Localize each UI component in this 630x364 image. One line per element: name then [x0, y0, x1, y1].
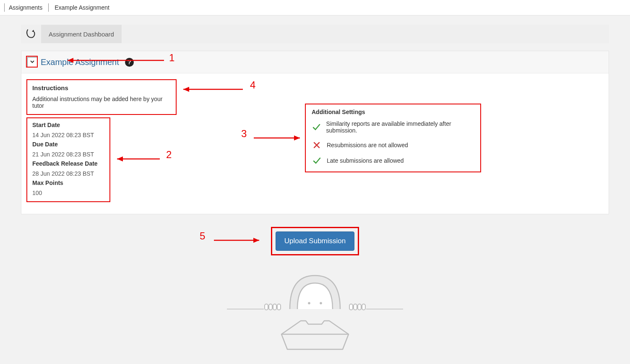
svg-marker-3: [183, 87, 189, 92]
dates-section: Start Date 14 Jun 2022 08:23 BST Due Dat…: [26, 117, 110, 202]
svg-point-12: [308, 302, 310, 304]
due-date-value: 21 Jun 2022 08:23 BST: [32, 151, 104, 158]
annotation-arrow-5: [210, 234, 268, 247]
feedback-date-label: Feedback Release Date: [32, 160, 104, 167]
additional-settings-section: Additional Settings Similarity reports a…: [305, 104, 481, 172]
turnitin-logo-icon: [21, 28, 41, 40]
instructions-text: Additional instructions may be added her…: [32, 96, 171, 109]
svg-marker-9: [253, 238, 259, 243]
setting-row: Late submissions are allowed: [312, 156, 474, 165]
breadcrumb-separator: [48, 3, 49, 12]
check-icon: [312, 123, 321, 131]
setting-row: Resubmissions are not allowed: [312, 141, 474, 149]
annotation-arrow-2: [109, 153, 168, 166]
svg-rect-17: [277, 304, 281, 310]
svg-rect-14: [265, 304, 268, 310]
svg-marker-22: [281, 321, 349, 349]
svg-rect-21: [362, 304, 365, 310]
chevron-down-icon: [30, 58, 35, 66]
setting-text: Similarity reports are available immedia…: [326, 120, 474, 134]
max-points-value: 100: [32, 190, 104, 196]
annotation-box-5: Upload Submission: [271, 227, 359, 255]
annotation-number-4: 4: [250, 79, 255, 91]
annotation-number-3: 3: [241, 128, 247, 140]
svg-rect-18: [349, 304, 353, 310]
due-date-label: Due Date: [32, 141, 104, 148]
svg-rect-20: [358, 304, 361, 310]
breadcrumb-root[interactable]: Assignments: [9, 4, 42, 11]
svg-point-13: [320, 302, 322, 304]
upload-section: Upload Submission 5: [21, 227, 609, 255]
upload-submission-button[interactable]: Upload Submission: [276, 231, 354, 251]
expand-toggle[interactable]: [27, 57, 37, 67]
setting-row: Similarity reports are available immedia…: [312, 120, 474, 134]
assignment-title[interactable]: Example Assignment: [41, 57, 119, 67]
tab-label: Assignment Dashboard: [49, 31, 114, 38]
dashboard-bar: Assignment Dashboard: [21, 25, 609, 43]
empty-state-illustration: [21, 267, 609, 355]
assignment-card: Example Assignment ? 1 Instructions Addi…: [21, 51, 609, 214]
assignment-card-body: Instructions Additional instructions may…: [21, 73, 609, 214]
svg-rect-19: [354, 304, 357, 310]
breadcrumb-separator: [4, 3, 5, 12]
breadcrumb: Assignments Example Assignment: [0, 0, 630, 16]
upload-button-label: Upload Submission: [284, 237, 346, 245]
svg-rect-15: [269, 304, 272, 310]
svg-marker-7: [294, 135, 300, 140]
help-icon[interactable]: ?: [125, 58, 134, 67]
annotation-arrow-3: [250, 132, 308, 145]
max-points-label: Max Points: [32, 179, 104, 186]
svg-marker-5: [117, 156, 123, 161]
check-icon: [312, 156, 322, 165]
annotation-arrow-4: [176, 83, 251, 96]
svg-rect-16: [273, 304, 276, 310]
setting-text: Resubmissions are not allowed: [327, 142, 408, 148]
breadcrumb-current[interactable]: Example Assignment: [55, 4, 109, 11]
feedback-date-value: 28 Jun 2022 08:23 BST: [32, 170, 104, 177]
cross-icon: [312, 141, 322, 149]
setting-text: Late submissions are allowed: [327, 157, 404, 164]
start-date-value: 14 Jun 2022 08:23 BST: [32, 132, 104, 138]
tab-assignment-dashboard[interactable]: Assignment Dashboard: [41, 25, 122, 43]
annotation-number-2: 2: [166, 149, 172, 161]
additional-settings-label: Additional Settings: [312, 109, 474, 115]
instructions-label: Instructions: [32, 84, 171, 91]
start-date-label: Start Date: [32, 122, 104, 128]
annotation-number-1: 1: [169, 52, 174, 64]
instructions-section: Instructions Additional instructions may…: [26, 79, 177, 115]
assignment-card-header: Example Assignment ? 1: [21, 51, 609, 73]
annotation-number-5: 5: [200, 230, 205, 242]
